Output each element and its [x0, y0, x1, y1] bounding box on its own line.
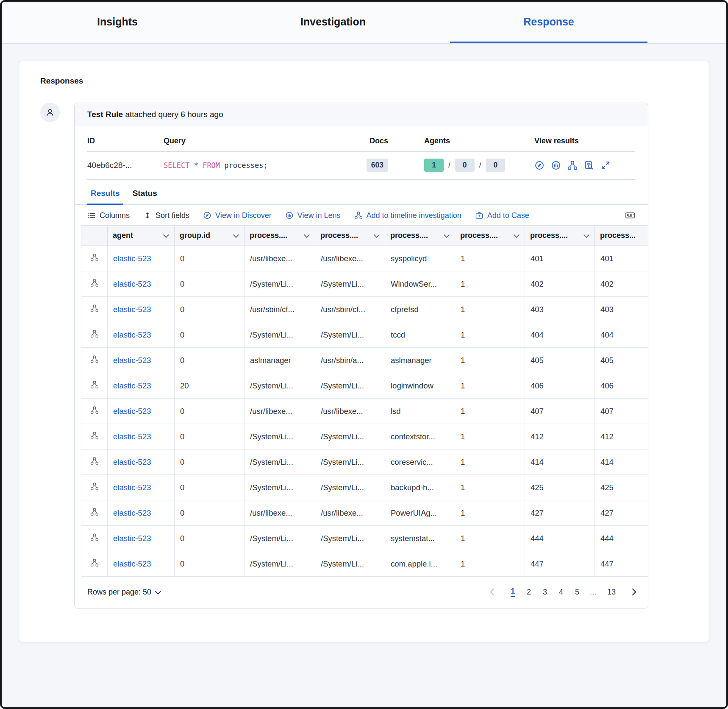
agents-failed-badge: 0: [486, 159, 505, 172]
open-in-timeline-cell[interactable]: [81, 373, 108, 399]
columns-button[interactable]: Columns: [87, 211, 130, 220]
grid-cell: 1: [455, 322, 525, 348]
open-in-timeline-cell[interactable]: [81, 399, 108, 424]
open-in-timeline-cell[interactable]: [81, 424, 108, 449]
table-row: elastic-5230/System/Li.../System/Li...sy…: [81, 526, 648, 551]
case-icon: [475, 211, 483, 220]
column-header-groupid[interactable]: group.id: [175, 226, 245, 246]
page-4-button[interactable]: 4: [559, 588, 563, 597]
agent-link[interactable]: elastic-523: [108, 322, 175, 348]
add-to-case-link[interactable]: Add to Case: [475, 211, 529, 220]
grid-cell: lsd: [385, 399, 455, 424]
results-tab-bar: Results Status: [75, 180, 648, 205]
rows-per-page-button[interactable]: Rows per page: 50: [87, 588, 160, 597]
grid-cell: 406: [525, 373, 595, 399]
grid-cell: 0: [175, 399, 245, 424]
tab-status[interactable]: Status: [129, 181, 161, 205]
column-header-process[interactable]: process....: [455, 226, 525, 246]
agent-link[interactable]: elastic-523: [108, 297, 175, 322]
header-id: ID: [87, 137, 164, 145]
tab-investigation[interactable]: Investigation: [234, 2, 432, 43]
open-in-timeline-cell[interactable]: [81, 526, 108, 551]
lens-icon: [285, 211, 294, 220]
open-in-timeline-cell[interactable]: [81, 322, 108, 348]
agent-link[interactable]: elastic-523: [108, 449, 175, 475]
open-in-timeline-cell[interactable]: [81, 297, 108, 322]
agent-link[interactable]: elastic-523: [108, 399, 175, 424]
column-header-process[interactable]: process....: [315, 226, 385, 246]
expand-icon[interactable]: [600, 160, 611, 170]
grid-cell: /System/Li...: [315, 449, 385, 475]
view-in-discover-icon[interactable]: [534, 160, 545, 170]
inspect-icon[interactable]: [584, 160, 594, 170]
grid-cell: 444: [595, 526, 648, 551]
grid-cell: coreservic...: [385, 449, 455, 475]
header-view-results: View results: [534, 137, 635, 145]
agent-link[interactable]: elastic-523: [108, 271, 175, 297]
page-13-button[interactable]: 13: [607, 588, 616, 597]
next-page-button[interactable]: [629, 589, 636, 596]
page-2-button[interactable]: 2: [527, 588, 531, 597]
agents-status: 1 / 0 / 0: [424, 159, 534, 172]
chevron-down-icon: [233, 232, 239, 238]
view-in-lens-link[interactable]: View in Lens: [285, 211, 341, 220]
column-header-agent[interactable]: agent: [108, 226, 175, 246]
add-to-timeline-link[interactable]: Add to timeline investigation: [354, 211, 461, 220]
open-in-timeline-cell[interactable]: [81, 246, 108, 271]
table-row: elastic-5230/usr/libexe.../usr/libexe...…: [81, 246, 648, 271]
open-in-timeline-cell[interactable]: [81, 449, 108, 475]
grid-cell: syspolicyd: [385, 246, 455, 271]
grid-cell: aslmanager: [245, 348, 315, 373]
grid-cell: 412: [595, 424, 648, 449]
page-5-button[interactable]: 5: [575, 588, 579, 597]
grid-cell: 405: [525, 348, 595, 373]
agent-link[interactable]: elastic-523: [108, 526, 175, 551]
table-row: elastic-5230/usr/libexe.../usr/libexe...…: [81, 500, 648, 526]
column-header-process[interactable]: process....: [525, 226, 595, 246]
grid-cell: 425: [525, 475, 595, 500]
grid-cell: /System/Li...: [245, 526, 315, 551]
grid-cell: 427: [595, 500, 648, 526]
tab-insights[interactable]: Insights: [19, 2, 216, 43]
agent-link[interactable]: elastic-523: [108, 424, 175, 449]
agent-link[interactable]: elastic-523: [108, 373, 175, 399]
page-title: Responses: [40, 76, 698, 86]
open-in-timeline-cell[interactable]: [81, 500, 108, 526]
grid-cell: 1: [455, 297, 525, 322]
previous-page-button[interactable]: [490, 589, 497, 596]
add-to-timeline-icon[interactable]: [567, 160, 578, 170]
sort-fields-button[interactable]: Sort fields: [143, 211, 189, 220]
compass-icon: [203, 211, 211, 220]
page-1-button[interactable]: 1: [511, 587, 515, 597]
page-3-button[interactable]: 3: [543, 588, 547, 597]
grid-cell: 0: [175, 322, 245, 348]
grid-cell: cfprefsd: [385, 297, 455, 322]
column-header-process[interactable]: process...: [595, 226, 648, 246]
tab-response[interactable]: Response: [450, 2, 647, 43]
agent-link[interactable]: elastic-523: [108, 348, 175, 373]
grid-cell: 1: [455, 551, 525, 577]
event-header: Test Rule attached query 6 hours ago: [75, 103, 648, 126]
agent-link[interactable]: elastic-523: [108, 475, 175, 500]
agent-link[interactable]: elastic-523: [108, 551, 175, 577]
open-in-timeline-cell[interactable]: [81, 271, 108, 297]
event-description: attached query 6 hours ago: [123, 110, 223, 119]
grid-cell: 1: [455, 500, 525, 526]
keyboard-shortcuts-button[interactable]: [625, 210, 635, 221]
view-in-discover-link[interactable]: View in Discover: [203, 211, 272, 220]
open-in-timeline-cell[interactable]: [81, 348, 108, 373]
tab-results[interactable]: Results: [87, 181, 123, 205]
agent-link[interactable]: elastic-523: [108, 246, 175, 271]
agent-link[interactable]: elastic-523: [108, 500, 175, 526]
sort-icon: [143, 211, 152, 220]
grid-cell: PowerUIAg...: [385, 500, 455, 526]
open-in-timeline-cell[interactable]: [81, 551, 108, 577]
column-header-process[interactable]: process....: [245, 226, 315, 246]
chevron-down-icon: [584, 232, 589, 238]
grid-cell: /System/Li...: [245, 424, 315, 449]
grid-cell: 405: [595, 348, 648, 373]
open-in-timeline-cell[interactable]: [81, 475, 108, 500]
view-in-lens-icon[interactable]: [551, 160, 561, 170]
column-header-process[interactable]: process....: [385, 226, 455, 246]
grid-cell: 1: [455, 526, 525, 551]
